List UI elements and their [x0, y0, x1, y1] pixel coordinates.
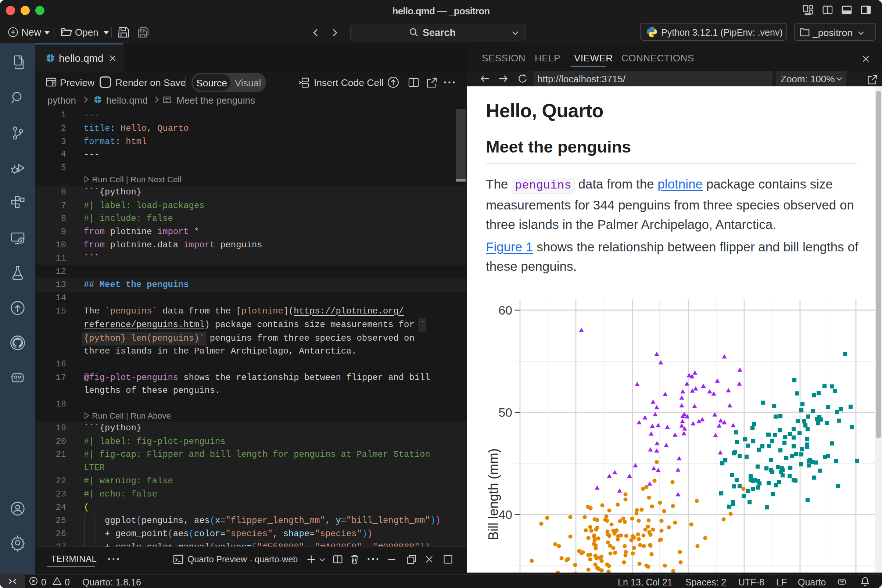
- svg-text:60: 60: [498, 303, 512, 317]
- svg-text:50: 50: [498, 405, 512, 419]
- svg-text:Bill length (mm): Bill length (mm): [486, 448, 501, 540]
